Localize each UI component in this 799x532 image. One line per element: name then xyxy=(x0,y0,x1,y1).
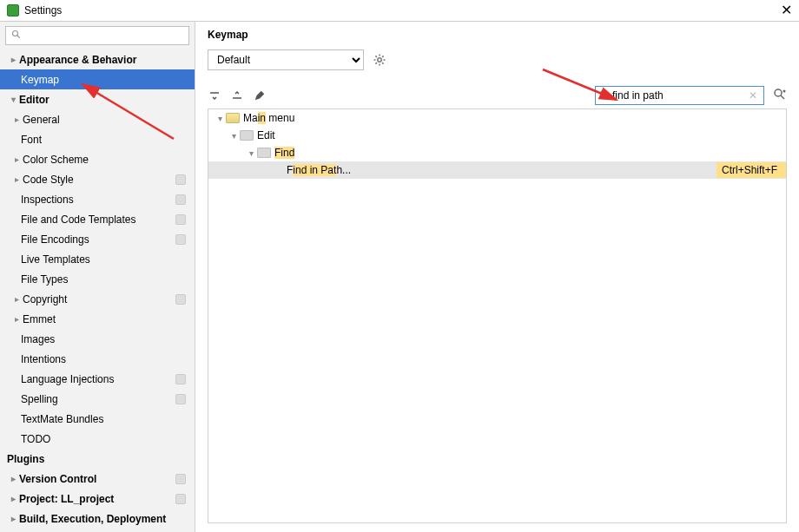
project-scope-icon xyxy=(175,214,186,225)
folder-icon xyxy=(257,148,271,158)
project-scope-icon xyxy=(175,234,186,245)
tree-row-find-in-path[interactable]: Find in Path... Ctrl+Shift+F xyxy=(208,161,786,179)
row-label: Main menu xyxy=(243,112,294,124)
settings-tree: ▸Appearance & BehaviorKeymap▾Editor▸Gene… xyxy=(0,49,195,532)
tree-row-main-menu[interactable]: ▾ Main menu xyxy=(208,109,786,127)
sidebar-item[interactable]: ▸Copyright xyxy=(0,289,195,309)
sidebar-item[interactable]: Spelling xyxy=(0,389,195,409)
sidebar-item-label: Build, Execution, Deployment xyxy=(19,513,166,525)
sidebar-item[interactable]: ▸Version Control xyxy=(0,469,195,489)
svg-line-10 xyxy=(382,56,384,57)
sidebar-item[interactable]: File Encodings xyxy=(0,229,195,249)
sidebar-item-label: TODO xyxy=(21,433,50,445)
sidebar-item-label: Color Scheme xyxy=(23,154,89,166)
sidebar-item[interactable]: ▸Emmet xyxy=(0,309,195,329)
main-panel: Keymap Default xyxy=(195,22,799,532)
titlebar: Settings ✕ xyxy=(0,0,799,22)
svg-line-16 xyxy=(781,95,784,99)
sidebar-item[interactable]: ▸Build, Execution, Deployment xyxy=(0,509,195,529)
svg-point-15 xyxy=(775,89,782,96)
chevron-right-icon[interactable]: ▸ xyxy=(10,314,23,324)
chevron-right-icon[interactable]: ▸ xyxy=(10,154,23,164)
sidebar-item[interactable]: Font xyxy=(0,129,195,149)
chevron-right-icon[interactable]: ▸ xyxy=(7,474,19,483)
project-scope-icon xyxy=(175,194,186,205)
actions-search-input[interactable] xyxy=(612,89,746,102)
gear-icon[interactable] xyxy=(373,53,386,67)
tree-row-edit[interactable]: ▾ Edit xyxy=(208,127,786,144)
sidebar-search-input[interactable] xyxy=(25,30,183,42)
sidebar-item[interactable]: Plugins xyxy=(0,449,195,469)
folder-icon xyxy=(240,130,254,141)
sidebar-item-label: Keymap xyxy=(21,74,59,86)
sidebar-item[interactable]: File and Code Templates xyxy=(0,209,195,229)
sidebar-search[interactable] xyxy=(5,26,189,45)
sidebar-item-label: Code Style xyxy=(23,174,74,186)
chevron-right-icon[interactable]: ▸ xyxy=(7,494,19,503)
chevron-down-icon[interactable]: ▾ xyxy=(214,114,226,123)
sidebar-item[interactable]: Intentions xyxy=(0,349,195,369)
actions-tree: ▾ Main menu ▾ Edit ▾ Find Find in Path..… xyxy=(208,108,787,523)
svg-line-7 xyxy=(375,56,377,57)
project-scope-icon xyxy=(175,474,186,484)
sidebar-item-label: Emmet xyxy=(23,313,56,325)
svg-point-0 xyxy=(13,30,18,36)
clear-icon[interactable]: ✕ xyxy=(746,89,760,102)
app-icon xyxy=(7,4,19,16)
close-icon[interactable]: ✕ xyxy=(781,3,792,17)
project-scope-icon xyxy=(175,394,186,404)
sidebar-item[interactable]: ▸Appearance & Behavior xyxy=(0,49,195,69)
sidebar-item[interactable]: TODO xyxy=(0,429,195,449)
keymap-scheme-row: Default xyxy=(208,49,787,70)
svg-line-8 xyxy=(382,62,384,64)
chevron-down-icon[interactable]: ▾ xyxy=(228,131,240,141)
sidebar-item-label: File Types xyxy=(21,273,68,286)
sidebar-item[interactable]: Inspections xyxy=(0,189,195,209)
sidebar-item[interactable]: TextMate Bundles xyxy=(0,409,195,429)
chevron-right-icon[interactable]: ▸ xyxy=(10,174,23,184)
chevron-right-icon[interactable]: ▸ xyxy=(7,514,19,523)
sidebar-item[interactable]: Keymap xyxy=(0,69,195,89)
row-label: Find xyxy=(274,147,294,159)
sidebar-item-label: Appearance & Behavior xyxy=(19,54,136,66)
sidebar-item[interactable]: File Types xyxy=(0,269,195,289)
tree-row-find[interactable]: ▾ Find xyxy=(208,144,786,161)
sidebar-item-label: File Encodings xyxy=(21,233,89,246)
sidebar-item-label: Images xyxy=(21,333,55,345)
svg-line-9 xyxy=(375,62,377,64)
sidebar-item-label: Plugins xyxy=(7,453,44,465)
sidebar-item[interactable]: ▸Color Scheme xyxy=(0,149,195,169)
sidebar-item[interactable]: Live Templates xyxy=(0,249,195,269)
sidebar-item[interactable]: ▾Editor xyxy=(0,89,195,109)
sidebar-item-label: Font xyxy=(21,134,42,146)
shortcut-label: Ctrl+Shift+F xyxy=(716,162,786,178)
keymap-scheme-select[interactable]: Default xyxy=(208,49,364,70)
chevron-down-icon[interactable]: ▾ xyxy=(245,148,257,158)
find-by-shortcut-icon[interactable] xyxy=(773,88,787,104)
chevron-right-icon[interactable]: ▸ xyxy=(7,55,19,64)
edit-icon[interactable] xyxy=(253,89,267,102)
actions-search[interactable]: ✕ xyxy=(595,86,764,105)
sidebar-item[interactable]: Images xyxy=(0,329,195,349)
chevron-right-icon[interactable]: ▸ xyxy=(10,294,23,304)
project-scope-icon xyxy=(175,294,186,305)
chevron-right-icon[interactable]: ▸ xyxy=(10,115,23,124)
search-icon xyxy=(11,30,22,43)
page-title: Keymap xyxy=(208,29,787,41)
folder-icon xyxy=(226,113,240,123)
sidebar-item-label: Project: LL_project xyxy=(19,493,114,505)
sidebar-item[interactable]: ▸General xyxy=(0,109,195,129)
sidebar-item[interactable]: ▸Project: LL_project xyxy=(0,489,195,509)
content: ▸Appearance & BehaviorKeymap▾Editor▸Gene… xyxy=(0,22,799,532)
sidebar-item-label: Editor xyxy=(19,94,50,106)
sidebar: ▸Appearance & BehaviorKeymap▾Editor▸Gene… xyxy=(0,22,195,532)
sidebar-item[interactable]: ▸Code Style xyxy=(0,169,195,189)
chevron-down-icon[interactable]: ▾ xyxy=(7,95,19,104)
expand-all-icon[interactable] xyxy=(208,89,221,102)
collapse-all-icon[interactable] xyxy=(230,89,244,102)
sidebar-item-label: General xyxy=(23,114,60,126)
sidebar-item-label: Live Templates xyxy=(21,253,90,266)
search-icon xyxy=(599,89,610,102)
sidebar-item[interactable]: Language Injections xyxy=(0,369,195,389)
svg-line-14 xyxy=(605,95,608,97)
